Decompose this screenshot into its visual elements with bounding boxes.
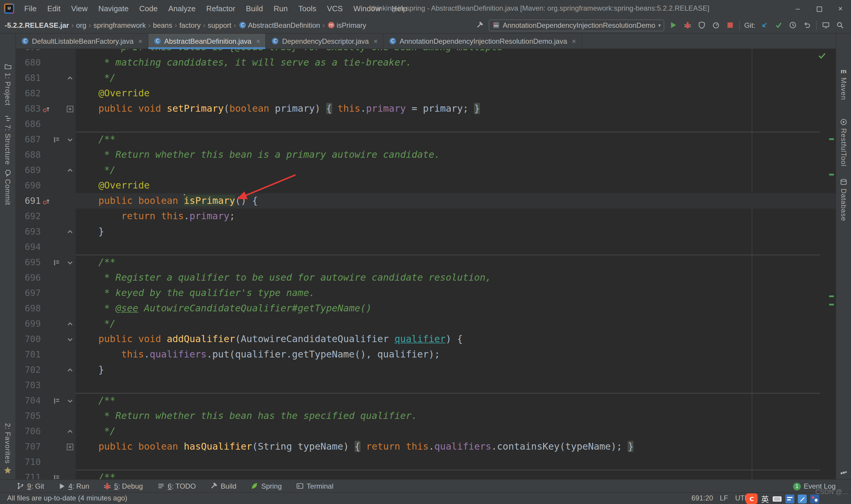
ime-pen-icon[interactable] (798, 494, 807, 503)
fold-plus-gutter-icon[interactable] (66, 442, 74, 450)
minimize-button[interactable]: – (787, 0, 809, 17)
code-line[interactable]: 692 return this.primary; (16, 208, 836, 223)
code-line[interactable]: 680 * matching candidates, it will serve… (16, 55, 836, 70)
menu-edit[interactable]: Edit (42, 0, 66, 17)
editor-tab[interactable]: CDependencyDescriptor.java× (266, 34, 384, 49)
fold-down-gutter-icon[interactable] (66, 258, 74, 266)
coverage-shield[interactable] (697, 20, 707, 30)
scrollbar-mark[interactable] (829, 138, 834, 140)
run-config-selector[interactable]: AnnotationDependencyInjectionResolutionD… (488, 19, 664, 31)
code-line[interactable]: 697 * keyed by the qualifier's type name… (16, 285, 836, 301)
menu-navigate[interactable]: Navigate (93, 0, 134, 17)
fold-down-gutter-icon[interactable] (66, 396, 74, 404)
menu-tools[interactable]: Tools (293, 0, 322, 17)
tool-window-button-terminal[interactable]: Terminal (296, 482, 333, 490)
fold-up-gutter-icon[interactable] (66, 365, 74, 373)
close-icon[interactable]: × (572, 37, 576, 45)
close-button[interactable]: × (830, 0, 851, 17)
doc-toggle-gutter-icon[interactable] (53, 473, 60, 479)
code-line[interactable]: 703 (16, 377, 836, 393)
code-line[interactable]: 688 * Return whether this bean is a prim… (16, 147, 836, 162)
breadcrumb-item[interactable]: beans (152, 21, 174, 29)
inspections-ok-icon[interactable] (818, 51, 826, 61)
doc-toggle-gutter-icon[interactable] (53, 396, 60, 404)
breadcrumb-item[interactable]: CAbstractBeanDefinition (237, 21, 321, 29)
stripe-button-1-project[interactable]: 1: Project (0, 62, 15, 106)
stripe-button-commit[interactable]: Commit (0, 168, 15, 205)
doc-toggle-gutter-icon[interactable] (53, 135, 60, 143)
override-gutter-icon[interactable] (42, 104, 50, 112)
code-line[interactable]: 710 (16, 454, 836, 469)
run-play[interactable] (669, 20, 679, 30)
ime-language-indicator[interactable]: 英 (761, 493, 769, 504)
menu-refactor[interactable]: Refactor (201, 0, 240, 17)
monitor-icon[interactable] (821, 20, 831, 30)
code-line[interactable]: 686 (16, 116, 836, 131)
tool-window-button-spring[interactable]: Spring (251, 482, 282, 490)
code-line[interactable]: 699 */ (16, 316, 836, 331)
code-line[interactable]: 679 * <p>If this value is {@code true} f… (16, 49, 836, 55)
code-line[interactable]: 705 * Return whether this bean has the s… (16, 408, 836, 424)
stop-square[interactable] (725, 20, 736, 30)
breadcrumb-item[interactable]: org (75, 21, 88, 29)
code-line[interactable]: 694 (16, 239, 836, 254)
profiler-gauge[interactable] (711, 20, 721, 30)
code-line[interactable]: 702 } (16, 362, 836, 377)
breadcrumb-item[interactable]: misPrimary (326, 21, 367, 29)
stripe-button-database[interactable]: Database (836, 178, 851, 221)
scrollbar-mark[interactable] (829, 174, 834, 176)
close-icon[interactable]: × (374, 37, 378, 45)
override-gutter-icon[interactable] (42, 196, 50, 204)
fold-up-gutter-icon[interactable] (66, 427, 74, 435)
menu-vcs[interactable]: VCS (322, 0, 348, 17)
editor-tab[interactable]: CDefaultListableBeanFactory.java× (16, 34, 148, 49)
menu-file[interactable]: File (19, 0, 42, 17)
code-line[interactable]: 687 /** (16, 131, 836, 147)
stripe-button-maven[interactable]: mMaven (836, 67, 851, 100)
close-icon[interactable]: × (256, 37, 260, 45)
build-hammer[interactable] (474, 20, 484, 30)
code-line[interactable]: 695 /** (16, 254, 836, 270)
ime-panel-icon[interactable] (785, 494, 794, 503)
vcs-history[interactable] (788, 20, 798, 30)
maximize-button[interactable] (809, 0, 830, 17)
code-line[interactable]: 704 /** (16, 393, 836, 408)
breadcrumb-item[interactable]: -5.2.2.RELEASE.jar (3, 21, 70, 29)
code-line[interactable]: 696 * Register a qualifier to be used fo… (16, 270, 836, 285)
stripe-button-2-favorites[interactable]: 2: Favorites (0, 424, 15, 474)
code-line[interactable]: 681 */ (16, 70, 836, 85)
code-line[interactable]: 700 public void addQualifier(AutowireCan… (16, 331, 836, 346)
editor[interactable]: 679 * <p>If this value is {@code true} f… (16, 49, 836, 479)
scrollbar-mark[interactable] (829, 304, 834, 305)
fold-up-gutter-icon[interactable] (66, 319, 74, 327)
tool-window-button--todo[interactable]: 6: TODO (157, 482, 196, 490)
code-line[interactable]: 711 /** (16, 469, 836, 479)
menu-analyze[interactable]: Analyze (163, 0, 201, 17)
code-line[interactable]: 683 public void setPrimary(boolean prima… (16, 101, 836, 116)
code-line[interactable]: 691 public boolean isPrimary() { (16, 193, 836, 208)
ime-keyboard-icon[interactable] (773, 494, 782, 503)
caret-position[interactable]: 691:20 (691, 493, 713, 504)
tool-window-button--debug[interactable]: 5: Debug (104, 482, 143, 490)
fold-plus-gutter-icon[interactable] (66, 104, 74, 112)
breadcrumb-item[interactable]: factory (178, 21, 202, 29)
vcs-revert[interactable] (802, 20, 812, 30)
vcs-commit[interactable] (774, 20, 784, 30)
code-line[interactable]: 682 @Override (16, 85, 836, 101)
code-line[interactable]: 690 @Override (16, 178, 836, 193)
code-line[interactable]: 689 */ (16, 162, 836, 178)
code-line[interactable]: 701 this.qualifiers.put(qualifier.getTyp… (16, 346, 836, 362)
fold-up-gutter-icon[interactable] (66, 166, 74, 174)
breadcrumb-item[interactable]: springframework (92, 21, 147, 29)
stripe-button-restfultool[interactable]: RestfulTool (836, 118, 851, 167)
menu-run[interactable]: Run (268, 0, 293, 17)
close-icon[interactable]: × (138, 37, 142, 45)
tool-window-button--run[interactable]: 4: Run (58, 482, 89, 490)
doc-toggle-gutter-icon[interactable] (53, 258, 60, 266)
fold-up-gutter-icon[interactable] (66, 227, 74, 235)
editor-tab[interactable]: CAbstractBeanDefinition.java× (148, 34, 266, 49)
search-icon[interactable] (835, 20, 845, 30)
stripe-button-7-structure[interactable]: 7: Structure (0, 114, 15, 165)
code-line[interactable]: 706 */ (16, 424, 836, 439)
scrollbar-mark[interactable] (829, 295, 834, 297)
